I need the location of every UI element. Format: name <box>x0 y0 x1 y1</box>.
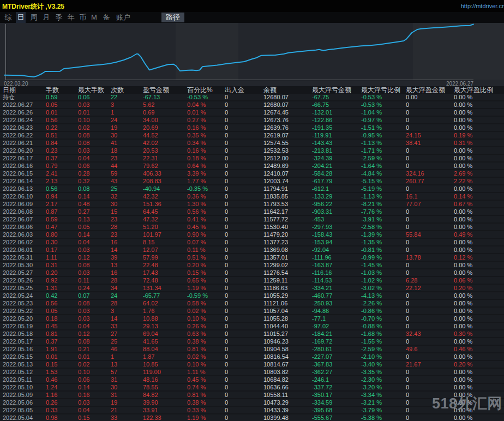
table-row[interactable]: 2022.05.240.420.0724-65.77-0.59 %011055.… <box>0 292 504 300</box>
table-row[interactable]: 2022.05.190.450.043329.130.26 %011044.40… <box>0 323 504 330</box>
table-row[interactable]: 2022.06.230.220.021920.690.16 %012639.76… <box>0 124 504 132</box>
cell: 2022.06.08 <box>3 208 33 215</box>
table-row[interactable]: 2022.05.251.310.2434131.341.19 %011186.6… <box>0 285 504 292</box>
cell: -324.39 <box>312 155 332 162</box>
table-row[interactable]: 2022.06.020.300.04168.150.07 %011377.23-… <box>0 239 504 246</box>
menu-tab-5[interactable]: 季 <box>55 12 63 23</box>
cell: 11121.06 <box>263 300 287 307</box>
cell: 12680.07 <box>263 94 289 101</box>
cell: 0.00 % <box>454 208 472 215</box>
cell: 32 <box>111 193 117 200</box>
cell: 0.46 % <box>454 346 472 353</box>
table-row[interactable]: 2022.06.152.410.2859406.333.39 %012410.0… <box>0 170 504 178</box>
table-row[interactable]: 2022.05.311.110.123957.990.51 %011357.01… <box>0 254 504 262</box>
cell: 13 <box>111 361 117 368</box>
table-row[interactable]: 2022.06.100.940.143242.320.36 %011835.85… <box>0 193 504 201</box>
table-row[interactable]: 2022.05.161.910.214688.040.81 %010904.58… <box>0 346 504 353</box>
table-row[interactable]: 2022.05.200.180.031410.880.10 %011055.28… <box>0 315 504 323</box>
table-row[interactable]: 2022.06.260.010.0110.690.01 %012674.45-1… <box>0 109 504 117</box>
cell: 12003.74 <box>263 178 289 185</box>
cell: 30 <box>111 384 117 391</box>
cell: 0.87 <box>46 208 57 215</box>
menu-tab-8[interactable]: M <box>91 12 98 23</box>
table-row[interactable]: 2022.06.210.840.084142.020.34 %012574.55… <box>0 140 504 147</box>
cell: 0.74 % <box>187 384 206 391</box>
table-row[interactable]: 2022.06.142.130.3243208.831.77 %012003.7… <box>0 178 504 185</box>
cell: 21 <box>111 407 117 414</box>
cell: 0.00 % <box>454 109 472 116</box>
cell: 38.41 <box>406 140 421 147</box>
cell: 0 <box>225 109 228 116</box>
cell: 1.76 <box>143 308 154 315</box>
cell: 0.12 <box>78 330 89 338</box>
path-button[interactable]: 路径 <box>161 13 184 22</box>
table-row[interactable]: 2022.05.091.160.163184.820.81 %010558.11… <box>0 392 504 399</box>
cell: -3.91 % <box>361 216 382 223</box>
cell: 27 <box>111 330 117 338</box>
table-row[interactable]: 2022.06.092.170.4830151.361.30 %011793.5… <box>0 201 504 208</box>
table-row[interactable]: 2022.06.200.230.031820.530.16 %012532.53… <box>0 147 504 155</box>
table-row[interactable]: 2022.05.270.200.031617.430.15 %011276.54… <box>0 269 504 277</box>
cell: 3 <box>111 308 114 315</box>
cell: -1.13 % <box>361 140 382 147</box>
table-row[interactable]: 2022.06.170.370.042322.310.18 %012512.00… <box>0 155 504 163</box>
menu-tab-9[interactable]: 备 <box>102 12 111 23</box>
cell: -362.27 <box>312 369 332 376</box>
cell: 0.06 <box>78 94 89 101</box>
table-row[interactable]: 2022.06.130.560.0825-40.94-0.35 %011794.… <box>0 185 504 193</box>
table-row[interactable]: 2022.05.040.980.1533122.331.19 %010399.4… <box>0 414 504 421</box>
menu-tab-1[interactable]: 综 <box>4 12 13 23</box>
menu-tab-7[interactable]: 币 <box>79 12 87 23</box>
cell: -169.72 <box>312 338 332 345</box>
table-row[interactable]: 2022.06.060.470.052851.200.45 %011530.40… <box>0 224 504 231</box>
cell: 0.65 % <box>187 277 206 284</box>
cell: -227.07 <box>312 353 332 360</box>
table-row[interactable]: 2022.05.050.330.042133.910.33 %010433.39… <box>0 407 504 414</box>
cell: 59 <box>111 170 117 177</box>
cell: 0 <box>225 292 228 299</box>
table-row[interactable]: 2022.05.220.050.0331.760.02 %011057.04-9… <box>0 308 504 315</box>
cell: 2022.05.12 <box>3 369 33 376</box>
menu-tab-4[interactable]: 月 <box>42 12 51 23</box>
cell: 24 <box>111 292 117 299</box>
cell: 0.08 <box>78 262 89 269</box>
cell: 2022.05.11 <box>3 376 32 383</box>
cell: 11835.85 <box>263 193 288 200</box>
table-row[interactable]: 2022.05.170.370.082541.650.38 %010946.23… <box>0 338 504 346</box>
table-row[interactable]: 2022.06.010.170.031412.070.11 %011369.08… <box>0 246 504 254</box>
app-url-link[interactable]: http://mtdriver.cn <box>461 3 504 9</box>
table-row[interactable]: 2022.05.260.920.112872.480.65 %011259.11… <box>0 277 504 285</box>
table-row[interactable]: 2022.06.030.800.1423101.970.90 %011479.2… <box>0 231 504 239</box>
table-row[interactable]: 2022.06.160.790.064479.620.64 %012489.69… <box>0 163 504 170</box>
table-row[interactable]: 持仓0.590.0622-67.13-0.53 %012680.07-67.75… <box>0 94 504 101</box>
cell: -153.94 <box>312 239 332 246</box>
cell: 0 <box>225 338 228 345</box>
table-row[interactable]: 2022.06.220.510.083044.520.35 %012619.07… <box>0 132 504 140</box>
cell: -1.51 % <box>361 124 382 131</box>
table-row[interactable]: 2022.05.060.260.031939.900.38 %010473.29… <box>0 399 504 407</box>
menu-tab-6[interactable]: 年 <box>67 12 75 23</box>
cell: 0.01 <box>46 109 57 116</box>
table-row[interactable]: 2022.05.110.460.063148.160.45 %010684.82… <box>0 376 504 384</box>
cell: 0.51 % <box>187 254 206 261</box>
table-row[interactable]: 2022.05.150.010.0111.870.02 %010816.54-2… <box>0 353 504 361</box>
table-row[interactable]: 2022.05.101.240.143078.550.74 %010636.66… <box>0 384 504 392</box>
table-row[interactable]: 2022.05.300.310.081322.480.20 %011299.02… <box>0 262 504 269</box>
menu-tab-2[interactable]: 日 <box>16 12 26 23</box>
table-row[interactable]: 2022.06.080.870.271564.450.56 %011642.17… <box>0 208 504 216</box>
table-row[interactable]: 2022.05.230.560.082864.020.58 %011121.06… <box>0 300 504 308</box>
table-row[interactable]: 2022.06.240.560.102434.000.27 %012673.76… <box>0 117 504 124</box>
cell: 0.14 % <box>454 193 472 200</box>
menu-tab-3[interactable]: 周 <box>29 12 38 23</box>
table-row[interactable]: 2022.05.180.810.122769.040.63 %011015.27… <box>0 330 504 338</box>
cell: 0.45 % <box>187 376 206 383</box>
cell: 0.80 <box>46 231 57 238</box>
menu-tab-10[interactable]: 账户 <box>115 12 131 23</box>
cell: 0 <box>406 185 409 193</box>
table-row[interactable]: 2022.05.130.150.021310.850.10 %010814.67… <box>0 361 504 369</box>
cell: 0.56 <box>46 300 57 307</box>
table-row[interactable]: 2022.05.121.530.1057119.001.11 %010803.8… <box>0 369 504 376</box>
table-row[interactable]: 2022.06.270.050.0335.620.04 %012680.07-6… <box>0 101 504 109</box>
cell: 0.26 <box>46 399 57 406</box>
table-row[interactable]: 2022.06.070.590.132347.320.41 %011577.72… <box>0 216 504 224</box>
